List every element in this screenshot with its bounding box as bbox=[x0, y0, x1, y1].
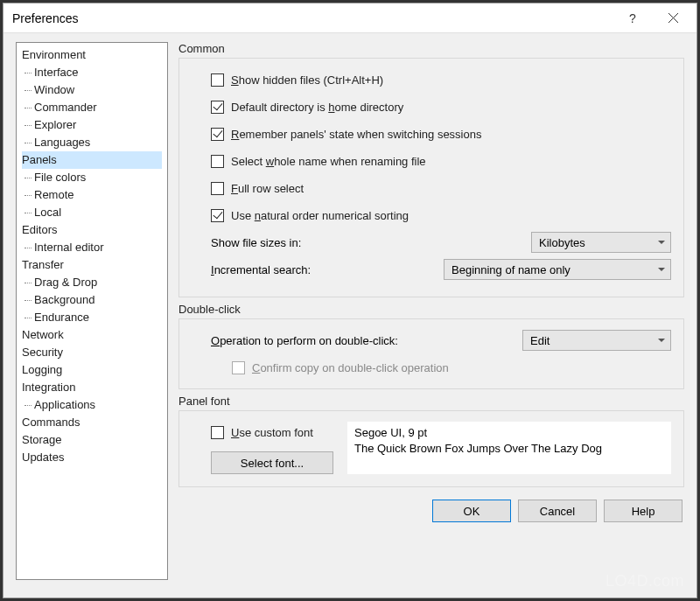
tree-item-security[interactable]: Security bbox=[22, 344, 162, 361]
checkbox-select-whole[interactable]: Select whole name when renaming file bbox=[211, 150, 671, 171]
tree-item-network[interactable]: Network bbox=[22, 326, 162, 344]
tree-item-commander[interactable]: Commander bbox=[22, 99, 162, 116]
cancel-button[interactable]: Cancel bbox=[518, 500, 597, 522]
tree-item-applications[interactable]: Applications bbox=[22, 396, 162, 414]
chevron-down-icon bbox=[658, 241, 665, 244]
select-font-button[interactable]: Select font... bbox=[211, 451, 333, 474]
checkbox-label: Show hidden files (Ctrl+Alt+H) bbox=[231, 73, 383, 87]
group-common: Common Show hidden files (Ctrl+Alt+H) De… bbox=[178, 42, 684, 297]
close-icon[interactable] bbox=[653, 5, 693, 31]
group-box-doubleclick: Operation to perform on double-click: Ed… bbox=[178, 318, 684, 389]
checkbox-label: Confirm copy on double-click operation bbox=[252, 361, 449, 374]
tree-item-local[interactable]: Local bbox=[22, 204, 162, 221]
checkbox-label: Default directory is home directory bbox=[231, 101, 403, 114]
ok-button[interactable]: OK bbox=[432, 500, 511, 522]
checkbox-icon bbox=[211, 128, 224, 141]
tree-item-explorer[interactable]: Explorer bbox=[22, 116, 162, 134]
font-preview-name: Segoe UI, 9 pt bbox=[354, 425, 664, 441]
group-panel-font: Panel font Use custom font Select font..… bbox=[178, 395, 684, 487]
tree-item-storage[interactable]: Storage bbox=[22, 431, 162, 449]
group-title-panelfont: Panel font bbox=[178, 395, 684, 408]
field-label: Operation to perform on double-click: bbox=[211, 334, 522, 347]
category-tree[interactable]: EnvironmentInterfaceWindowCommanderExplo… bbox=[16, 42, 168, 580]
chevron-down-icon bbox=[658, 339, 665, 342]
tree-item-integration[interactable]: Integration bbox=[22, 379, 162, 396]
group-double-click: Double-click Operation to perform on dou… bbox=[178, 303, 684, 389]
help-button[interactable]: Help bbox=[604, 500, 682, 522]
font-left-column: Use custom font Select font... bbox=[211, 422, 333, 474]
group-box-panelfont: Use custom font Select font... Segoe UI,… bbox=[178, 410, 684, 487]
window-title: Preferences bbox=[12, 11, 612, 25]
tree-item-editors[interactable]: Editors bbox=[22, 221, 162, 239]
checkbox-label: Use custom font bbox=[231, 426, 313, 439]
font-preview-sample: The Quick Brown Fox Jumps Over The Lazy … bbox=[354, 441, 664, 457]
checkbox-label: Remember panels' state when switching se… bbox=[231, 128, 481, 141]
tree-item-drag-drop[interactable]: Drag & Drop bbox=[22, 274, 162, 291]
field-incremental-search: Incremental search: Beginning of name on… bbox=[211, 259, 671, 280]
tree-item-background[interactable]: Background bbox=[22, 291, 162, 309]
tree-item-logging[interactable]: Logging bbox=[22, 361, 162, 379]
checkbox-confirm-copy: Confirm copy on double-click operation bbox=[232, 357, 671, 378]
dialog-body: EnvironmentInterfaceWindowCommanderExplo… bbox=[4, 33, 696, 598]
checkbox-show-hidden[interactable]: Show hidden files (Ctrl+Alt+H) bbox=[211, 69, 671, 90]
checkbox-icon bbox=[211, 182, 224, 195]
checkbox-label: Use natural order numerical sorting bbox=[231, 209, 409, 222]
field-dblclick-operation: Operation to perform on double-click: Ed… bbox=[211, 330, 671, 351]
group-box-common: Show hidden files (Ctrl+Alt+H) Default d… bbox=[178, 58, 684, 297]
checkbox-remember-panels[interactable]: Remember panels' state when switching se… bbox=[211, 123, 671, 144]
tree-item-commands[interactable]: Commands bbox=[22, 414, 162, 431]
checkbox-icon bbox=[211, 101, 224, 114]
settings-panel: Common Show hidden files (Ctrl+Alt+H) De… bbox=[178, 42, 684, 591]
field-show-sizes: Show file sizes in: Kilobytes bbox=[211, 232, 671, 253]
preferences-dialog: Preferences ? EnvironmentInterfaceWindow… bbox=[3, 3, 697, 598]
tree-item-remote[interactable]: Remote bbox=[22, 186, 162, 204]
select-incremental-search[interactable]: Beginning of name only bbox=[444, 259, 671, 280]
checkbox-icon bbox=[232, 361, 245, 374]
titlebar: Preferences ? bbox=[4, 3, 696, 33]
checkbox-natural-sort[interactable]: Use natural order numerical sorting bbox=[211, 205, 671, 226]
checkbox-label: Select whole name when renaming file bbox=[231, 155, 426, 168]
dialog-footer: OK Cancel Help bbox=[178, 493, 684, 524]
tree-item-interface[interactable]: Interface bbox=[22, 64, 162, 81]
tree-item-internal-editor[interactable]: Internal editor bbox=[22, 239, 162, 256]
checkbox-default-dir[interactable]: Default directory is home directory bbox=[211, 96, 671, 117]
tree-item-transfer[interactable]: Transfer bbox=[22, 256, 162, 274]
checkbox-icon bbox=[211, 73, 224, 87]
tree-item-languages[interactable]: Languages bbox=[22, 134, 162, 151]
checkbox-icon bbox=[211, 426, 224, 439]
group-title-common: Common bbox=[178, 42, 684, 55]
tree-item-updates[interactable]: Updates bbox=[22, 449, 162, 466]
tree-item-panels[interactable]: Panels bbox=[22, 151, 162, 169]
tree-item-endurance[interactable]: Endurance bbox=[22, 309, 162, 326]
checkbox-use-custom-font[interactable]: Use custom font bbox=[211, 422, 333, 443]
select-show-sizes[interactable]: Kilobytes bbox=[531, 232, 671, 253]
checkbox-label: Full row select bbox=[231, 182, 304, 195]
chevron-down-icon bbox=[658, 268, 665, 271]
checkbox-icon bbox=[211, 209, 224, 222]
checkbox-full-row[interactable]: Full row select bbox=[211, 178, 671, 199]
checkbox-icon bbox=[211, 155, 224, 168]
group-title-doubleclick: Double-click bbox=[178, 303, 684, 316]
tree-item-window[interactable]: Window bbox=[22, 81, 162, 99]
help-icon[interactable]: ? bbox=[612, 5, 653, 31]
tree-item-file-colors[interactable]: File colors bbox=[22, 169, 162, 186]
field-label: Incremental search: bbox=[211, 263, 444, 276]
field-label: Show file sizes in: bbox=[211, 236, 531, 249]
tree-item-environment[interactable]: Environment bbox=[22, 46, 162, 64]
select-dblclick-operation[interactable]: Edit bbox=[522, 330, 671, 351]
font-preview: Segoe UI, 9 pt The Quick Brown Fox Jumps… bbox=[347, 422, 671, 474]
